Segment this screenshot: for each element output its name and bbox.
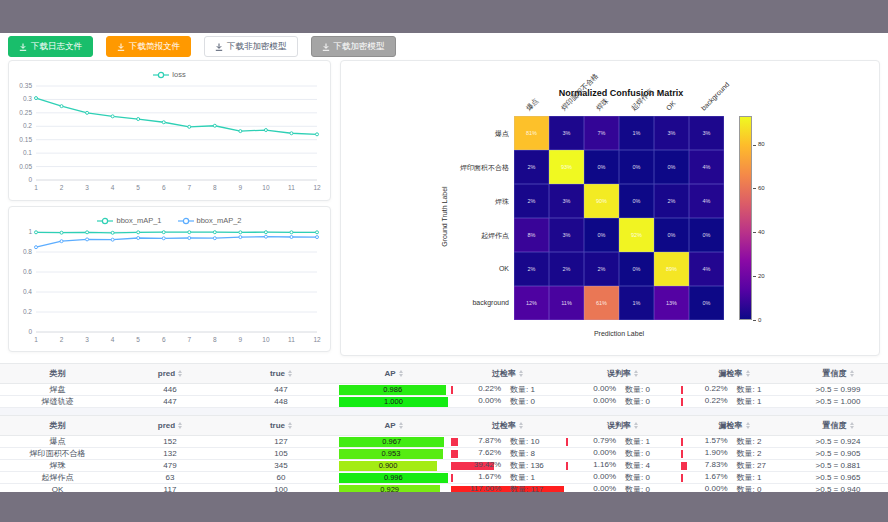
svg-text:6: 6: [162, 336, 166, 343]
rate-percent: 39.42%: [457, 460, 501, 471]
svg-text:11: 11: [288, 184, 295, 191]
rate-bar: [681, 450, 683, 458]
sort-icon[interactable]: [850, 422, 854, 429]
cm-cell: 2%: [514, 252, 549, 286]
table-cell: 0.900: [337, 460, 450, 472]
column-header-类别: 类别: [0, 416, 115, 436]
column-header-pred[interactable]: pred: [115, 416, 225, 436]
download-button-1[interactable]: 下载简报文件: [106, 36, 191, 57]
column-header-置信度[interactable]: 置信度: [788, 364, 888, 384]
svg-text:0.25: 0.25: [19, 109, 32, 116]
rate-percent: 7.62%: [457, 448, 501, 459]
confidence-cell: >0.5 = 0.905: [788, 448, 888, 460]
table-cell: 447: [225, 384, 337, 396]
download-button-3[interactable]: 下载加密模型: [311, 36, 396, 57]
cm-row-label: 焊珠: [351, 197, 509, 207]
column-header-漏检率[interactable]: 漏检率: [680, 364, 788, 384]
sort-icon[interactable]: [178, 422, 182, 429]
cm-cell: 2%: [549, 252, 584, 286]
cm-cell: 0%: [689, 218, 724, 252]
table-cell: 127: [225, 436, 337, 448]
confidence-cell: >0.5 = 0.999: [788, 384, 888, 396]
column-header-label: 漏检率: [719, 368, 743, 379]
download-button-2[interactable]: 下载非加密模型: [204, 36, 298, 57]
rate-percent: 0.00%: [572, 472, 616, 483]
rate-count: 数量: 2: [737, 436, 785, 447]
svg-text:9: 9: [239, 336, 243, 343]
sort-icon[interactable]: [288, 370, 292, 377]
legend-item-bbox_mAP_2[interactable]: bbox_mAP_2: [178, 214, 242, 227]
column-header-true[interactable]: true: [225, 416, 337, 436]
cm-cell: 3%: [549, 116, 584, 150]
sort-icon[interactable]: [850, 370, 854, 377]
cm-cell: 2%: [654, 184, 689, 218]
cm-cell: 4%: [689, 184, 724, 218]
cm-cell: 2%: [584, 252, 619, 286]
svg-text:12: 12: [313, 184, 321, 191]
svg-text:2: 2: [60, 336, 64, 343]
sort-icon[interactable]: [399, 370, 403, 377]
sort-icon[interactable]: [634, 422, 638, 429]
svg-text:1: 1: [34, 184, 38, 191]
column-header-置信度[interactable]: 置信度: [788, 416, 888, 436]
column-header-过检率[interactable]: 过检率: [450, 416, 565, 436]
svg-text:0.2: 0.2: [23, 122, 32, 129]
cm-cell: 2%: [514, 150, 549, 184]
column-header-label: 误判率: [607, 368, 631, 379]
map-chart-legend: bbox_mAP_1bbox_mAP_2: [9, 207, 330, 227]
rate-bar: [566, 462, 568, 470]
cm-cell: 13%: [654, 286, 689, 320]
cm-cell: 0%: [654, 218, 689, 252]
legend-marker-icon: [97, 217, 113, 225]
column-header-误判率[interactable]: 误判率: [565, 364, 680, 384]
column-header-true[interactable]: true: [225, 364, 337, 384]
table-cell: 7.87%数量: 10: [450, 436, 565, 448]
column-header-误判率[interactable]: 误判率: [565, 416, 680, 436]
cm-cell: 3%: [549, 218, 584, 252]
cm-colorbar-tick: [753, 276, 756, 277]
sort-icon[interactable]: [399, 422, 403, 429]
column-header-过检率[interactable]: 过检率: [450, 364, 565, 384]
cm-cell: 8%: [514, 218, 549, 252]
sort-icon[interactable]: [634, 370, 638, 377]
svg-text:10: 10: [262, 184, 270, 191]
confusion-matrix-ylabel: Ground Truth Label: [441, 172, 448, 262]
table-cell: 0.00%数量: 0: [565, 396, 680, 408]
rate-count: 数量: 0: [625, 448, 673, 459]
ap-bar: 0.967: [339, 437, 444, 447]
legend-marker-icon: [178, 217, 194, 225]
column-header-label: pred: [158, 421, 175, 430]
legend-item-bbox_mAP_1[interactable]: bbox_mAP_1: [97, 214, 161, 227]
column-header-label: 类别: [50, 368, 66, 379]
legend-item-loss[interactable]: loss: [153, 68, 185, 81]
cm-row-label: 焊印面积不合格: [351, 163, 509, 173]
cm-colorbar-tick: [753, 188, 756, 189]
svg-text:7: 7: [187, 184, 191, 191]
column-header-AP[interactable]: AP: [337, 416, 450, 436]
column-header-label: 类别: [50, 420, 66, 431]
column-header-pred[interactable]: pred: [115, 364, 225, 384]
sort-icon[interactable]: [746, 370, 750, 377]
sort-icon[interactable]: [288, 422, 292, 429]
table-cell: 479: [115, 460, 225, 472]
download-button-label: 下载简报文件: [129, 41, 180, 53]
bottom-window-bar: [0, 492, 888, 522]
table-row: 焊印面积不合格1321050.9537.62%数量: 80.00%数量: 01.…: [0, 448, 888, 460]
column-header-漏检率[interactable]: 漏检率: [680, 416, 788, 436]
table-cell: 1.67%数量: 1: [450, 472, 565, 484]
cm-cell: 4%: [689, 150, 724, 184]
svg-text:0.2: 0.2: [23, 308, 32, 315]
svg-text:1: 1: [28, 228, 32, 235]
cm-cell: 92%: [619, 218, 654, 252]
download-button-0[interactable]: 下载日志文件: [8, 36, 93, 57]
sort-icon[interactable]: [519, 422, 523, 429]
column-header-AP[interactable]: AP: [337, 364, 450, 384]
sort-icon[interactable]: [746, 422, 750, 429]
sort-icon[interactable]: [519, 370, 523, 377]
cm-cell: 0%: [619, 252, 654, 286]
rate-count: 数量: 0: [510, 396, 558, 407]
sort-icon[interactable]: [178, 370, 182, 377]
cm-cell-value: 2%: [563, 266, 571, 272]
cm-cell-value: 92%: [631, 232, 642, 238]
rate-count: 数量: 0: [625, 472, 673, 483]
